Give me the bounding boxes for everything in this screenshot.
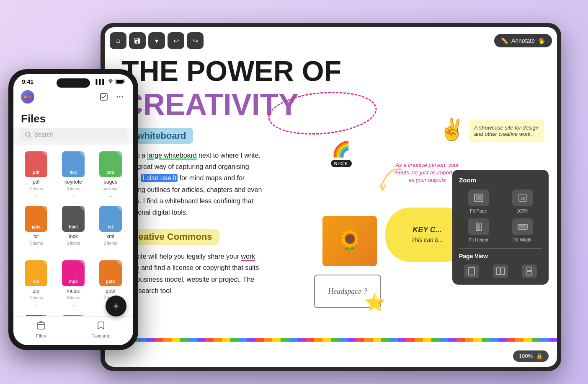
phone-files-title: Files xyxy=(13,108,133,128)
xml-count: 2 items xyxy=(104,241,117,246)
phone-time: 9:41 xyxy=(22,78,34,85)
lock-count: 3 items xyxy=(67,241,80,246)
page-view-single[interactable] xyxy=(459,265,484,278)
pencil-icon: ✏️ xyxy=(501,37,508,44)
page-view-scroll[interactable] xyxy=(517,265,542,278)
pdf-count: 3 items xyxy=(29,187,43,191)
zoom-divider xyxy=(459,248,542,249)
phone-files-grid: pdf pdf 3 items ... doc keynote 3 items … xyxy=(13,145,133,316)
dropdown-button[interactable]: ▾ xyxy=(148,32,165,49)
redo-button[interactable]: ↪ xyxy=(187,32,204,49)
svg-point-21 xyxy=(119,96,121,98)
lock-icon: 🔒 xyxy=(536,353,543,359)
fit-height-label: Fit Height xyxy=(469,237,488,242)
file-item-pages[interactable]: xml pages no items ... xyxy=(92,147,129,202)
svg-point-16 xyxy=(24,96,26,98)
keynote-name: keynote xyxy=(64,179,82,185)
favourite-nav-icon xyxy=(96,321,106,332)
undo-button[interactable]: ↩ xyxy=(168,32,184,49)
save-button[interactable] xyxy=(129,32,146,49)
file-item-keynote[interactable]: doc keynote 3 items ... xyxy=(55,147,92,202)
fit-width-icon xyxy=(512,218,533,235)
section1-body: I keep a large whiteboard next to where … xyxy=(121,150,264,218)
fit-height-option[interactable]: Fit Height xyxy=(459,218,498,242)
tablet-toolbar: ⌂ ▾ ↩ ↪ ✏️ Annotate 🖐 xyxy=(110,32,552,49)
phone: 9:41 ▌▌▌ xyxy=(8,69,138,350)
files-nav-icon xyxy=(36,321,46,332)
txt-icon: pptx xyxy=(25,206,47,232)
check-button[interactable] xyxy=(98,91,110,103)
svg-rect-8 xyxy=(519,225,526,228)
rainbow-bar xyxy=(105,338,557,342)
svg-rect-11 xyxy=(501,268,505,275)
zoom-panel-title: Zoom xyxy=(459,176,542,184)
music-count: 3 items xyxy=(67,296,80,300)
fit-width-option[interactable]: Fit Width xyxy=(503,218,542,242)
pdf-name: pdf xyxy=(33,179,40,185)
phone-header xyxy=(13,88,133,108)
file-item-lock[interactable]: html lock 3 items ... xyxy=(55,202,92,256)
zip-count: 3 items xyxy=(29,296,43,300)
highlight-span: I also use it xyxy=(141,174,178,182)
file-item-xml[interactable]: txt xml 2 items ... xyxy=(92,202,129,256)
file-item-txt[interactable]: pptx txt 3 items ... xyxy=(18,202,55,256)
keynote-icon: doc xyxy=(62,151,85,177)
fit-page-option[interactable]: Fit Page xyxy=(459,189,498,213)
nav-favourite[interactable]: Favourite xyxy=(91,321,111,338)
svg-rect-10 xyxy=(496,268,500,275)
zip-name: zip xyxy=(33,288,39,294)
pages-name: pages xyxy=(103,179,117,185)
fit-page-label: Fit Page xyxy=(470,208,487,213)
nice-label: NICE xyxy=(331,160,352,167)
peace-emoji: ✌️ xyxy=(439,117,465,142)
annotate-button[interactable]: ✏️ Annotate 🖐 xyxy=(494,34,552,47)
file-item-zip[interactable]: zip zip 3 items ... xyxy=(18,256,55,311)
pptx-icon: pptx xyxy=(99,260,122,286)
svg-rect-9 xyxy=(469,267,475,275)
file-item-pdf[interactable]: pdf pdf 3 items ... xyxy=(18,147,55,202)
page-view-grid xyxy=(459,265,542,278)
svg-point-17 xyxy=(26,96,29,98)
music-icon: mp3 xyxy=(62,260,85,286)
scroll-page-icon xyxy=(522,265,537,278)
lock-name: lock xyxy=(69,234,77,239)
zoom-100-label: 100% xyxy=(516,208,528,213)
numbers-icon: num xyxy=(62,315,85,316)
more-button[interactable] xyxy=(114,91,126,103)
page-view-double[interactable] xyxy=(488,265,513,278)
single-page-icon xyxy=(464,265,479,278)
main-title-line2: CREATIVITY xyxy=(121,89,540,119)
status-icons: ▌▌▌ xyxy=(96,79,125,85)
home-button[interactable]: ⌂ xyxy=(110,32,126,49)
file-item-video[interactable]: mp4 video 3 items ... xyxy=(18,311,55,316)
svg-rect-24 xyxy=(37,323,45,329)
add-fab-button[interactable]: + xyxy=(106,296,126,317)
xml-icon: txt xyxy=(99,206,122,232)
svg-point-22 xyxy=(122,96,123,98)
fit-height-icon xyxy=(468,218,489,235)
zip-icon: zip xyxy=(25,260,47,286)
zoom-100-option[interactable]: 100 100% xyxy=(503,189,542,213)
phone-notch xyxy=(57,78,90,88)
svg-rect-6 xyxy=(477,224,480,230)
yellow-note: A showcase site for design and other cre… xyxy=(469,119,544,142)
files-nav-label: Files xyxy=(36,333,46,338)
svg-point-18 xyxy=(29,96,31,98)
page-view-title: Page View xyxy=(459,253,542,259)
xml-name: xml xyxy=(106,234,114,239)
svg-rect-15 xyxy=(116,80,123,83)
file-item-music[interactable]: mp3 music 3 items ... xyxy=(55,256,92,311)
tablet-screen: ⌂ ▾ ↩ ↪ ✏️ Annotate 🖐 THE POWER OF CREAT… xyxy=(105,27,557,367)
nav-files[interactable]: Files xyxy=(36,321,46,338)
file-item-numbers[interactable]: num numbers 3 items ... xyxy=(55,311,92,316)
toolbar-left: ⌂ ▾ ↩ ↪ xyxy=(110,32,204,49)
section2-body: This site will help you legally share yo… xyxy=(121,251,264,296)
phone-search-bar[interactable]: Search xyxy=(19,128,127,141)
pdf-icon: pdf xyxy=(25,151,47,177)
keynote-count: 3 items xyxy=(67,187,80,191)
phone-bottom-nav: Files Favourite xyxy=(13,316,133,345)
svg-rect-1 xyxy=(476,195,482,200)
header-icons xyxy=(98,91,126,103)
zoom-options-grid: Fit Page 100 100% xyxy=(459,189,542,242)
battery-icon xyxy=(116,79,125,85)
